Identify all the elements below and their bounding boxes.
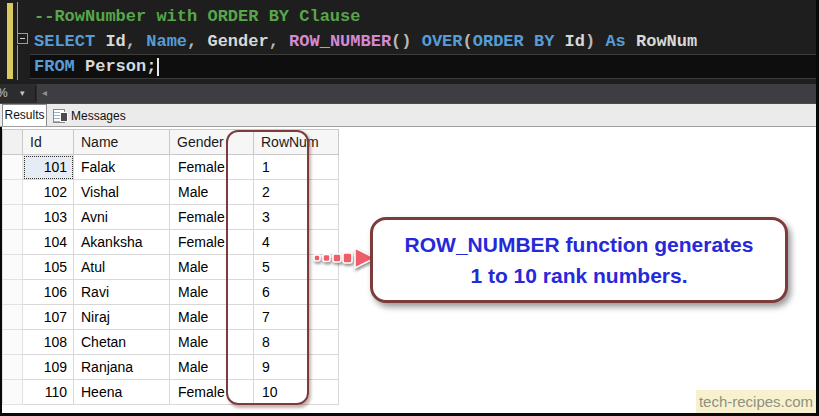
grid-cell[interactable]: 105: [23, 255, 74, 280]
grid-cell[interactable]: 103: [23, 205, 74, 230]
callout-line-2: 1 to 10 rank numbers.: [470, 260, 687, 291]
grid-cell[interactable]: Akanksha: [74, 230, 170, 255]
annotation-callout: ROW_NUMBER function generates 1 to 10 ra…: [370, 217, 788, 303]
row-header[interactable]: [3, 205, 23, 230]
grid-cell[interactable]: 110: [23, 380, 74, 405]
tab-results[interactable]: Results: [2, 104, 47, 126]
outline-guide-line: [17, 45, 18, 80]
scroll-left-icon[interactable]: ◂: [42, 87, 47, 98]
code-line: FROM Person;: [34, 54, 697, 79]
changed-lines-bar: [7, 3, 13, 79]
row-header[interactable]: [3, 355, 23, 380]
separator: [35, 86, 36, 101]
row-header[interactable]: [3, 280, 23, 305]
row-header[interactable]: [3, 155, 23, 180]
messages-icon: [53, 109, 65, 123]
code-line: SELECT Id, Name, Gender, ROW_NUMBER() OV…: [34, 29, 697, 54]
grid-cell[interactable]: Niraj: [74, 305, 170, 330]
code-line: --RowNumber with ORDER BY Clause: [34, 4, 697, 29]
callout-line-1: ROW_NUMBER function generates: [405, 229, 754, 260]
watermark: tech-recipes.com: [696, 390, 816, 413]
grid-cell[interactable]: Atul: [74, 255, 170, 280]
tab-messages-label: Messages: [71, 109, 126, 123]
sql-code: --RowNumber with ORDER BY ClauseSELECT I…: [34, 4, 697, 79]
ssms-window: --RowNumber with ORDER BY ClauseSELECT I…: [0, 0, 819, 416]
dashed-arrow-icon: [313, 246, 377, 270]
row-header[interactable]: [3, 305, 23, 330]
grid-cell[interactable]: 108: [23, 330, 74, 355]
grid-cell[interactable]: Heena: [74, 380, 170, 405]
row-header[interactable]: [3, 255, 23, 280]
zoom-percent-label: %: [0, 86, 8, 100]
row-header[interactable]: [3, 230, 23, 255]
window-border: [0, 127, 2, 416]
row-header[interactable]: [3, 380, 23, 405]
select-all-corner[interactable]: [3, 130, 23, 155]
column-header-id[interactable]: Id: [23, 130, 74, 155]
horizontal-scrollbar[interactable]: ◂: [37, 84, 819, 103]
outline-guide-line: [17, 2, 18, 33]
grid-cell[interactable]: Ravi: [74, 280, 170, 305]
tab-messages[interactable]: Messages: [49, 106, 135, 126]
grid-cell[interactable]: Ranjana: [74, 355, 170, 380]
row-header[interactable]: [3, 180, 23, 205]
grid-cell[interactable]: 106: [23, 280, 74, 305]
grid-cell[interactable]: 107: [23, 305, 74, 330]
text-caret: [157, 58, 159, 76]
row-header[interactable]: [3, 330, 23, 355]
grid-cell[interactable]: Vishal: [74, 180, 170, 205]
column-header-name[interactable]: Name: [74, 130, 170, 155]
grid-cell[interactable]: 104: [23, 230, 74, 255]
editor-status-strip: % ▾ ◂: [0, 84, 819, 104]
zoom-dropdown-icon[interactable]: ▾: [20, 88, 25, 98]
fold-collapse-toggle-icon[interactable]: [17, 33, 28, 44]
grid-cell[interactable]: Avni: [74, 205, 170, 230]
sql-editor[interactable]: --RowNumber with ORDER BY ClauseSELECT I…: [0, 0, 819, 84]
grid-cell[interactable]: 102: [23, 180, 74, 205]
grid-cell[interactable]: Chetan: [74, 330, 170, 355]
grid-cell[interactable]: Falak: [74, 155, 170, 180]
results-tabstrip: Results Messages: [0, 104, 819, 127]
grid-cell[interactable]: 109: [23, 355, 74, 380]
grid-cell[interactable]: 101: [23, 155, 74, 180]
rownum-column-highlight-box: [226, 130, 309, 405]
